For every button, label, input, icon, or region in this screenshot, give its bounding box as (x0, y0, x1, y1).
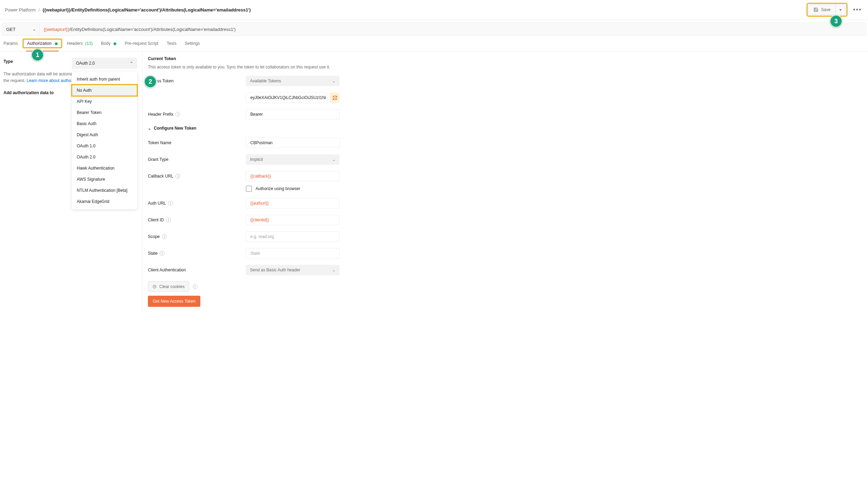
scope-placeholder: e.g. read:org (250, 234, 274, 239)
callback-url-label: Callback URL (148, 174, 173, 179)
callback-url-input[interactable]: {{callback}} (246, 171, 340, 181)
svg-point-3 (155, 287, 155, 287)
save-icon (813, 7, 818, 12)
auth-option-api-key[interactable]: API Key (72, 96, 137, 107)
grant-type-label: Grant Type (148, 157, 246, 162)
grant-type-select[interactable]: Implicit ⌄ (246, 154, 340, 165)
save-button-group: Save ▾ (808, 5, 846, 15)
clear-cookies-label: Clear cookies (159, 284, 185, 289)
auth-type-select[interactable]: OAuth 2.0 ⌃ (72, 58, 137, 69)
url-rest: /EntityDefinitions(LogicalName='account'… (69, 27, 236, 32)
authorize-browser-checkbox[interactable] (246, 186, 252, 192)
state-input[interactable]: State (246, 248, 340, 259)
auth-option-ntlm[interactable]: NTLM Authentication [Beta] (72, 185, 137, 196)
chevron-down-icon: ⌄ (33, 27, 36, 32)
client-id-input[interactable]: {{clientid}} (246, 215, 340, 225)
tab-body-label: Body (101, 41, 110, 46)
info-icon[interactable]: i (175, 174, 180, 179)
auth-type-selected: OAuth 2.0 (76, 61, 95, 66)
http-method-value: GET (6, 27, 16, 32)
auth-option-oauth2[interactable]: OAuth 2.0 (72, 151, 137, 163)
breadcrumb-root[interactable]: Power Platform (5, 7, 36, 13)
info-icon[interactable]: i (175, 112, 180, 117)
token-name-input[interactable]: CBPostman (246, 138, 340, 148)
auth-url-input[interactable]: {{authurl}} (246, 198, 340, 208)
info-icon[interactable]: i (162, 234, 167, 239)
learn-more-link[interactable]: Learn more about autho (27, 78, 71, 83)
tab-body[interactable]: Body (101, 41, 117, 50)
configure-new-token-toggle[interactable]: ⌄ Configure New Token (148, 126, 359, 131)
status-dot-icon (114, 42, 116, 45)
tab-params[interactable]: Params (3, 41, 18, 50)
scope-label: Scope (148, 234, 160, 239)
http-method-select[interactable]: GET ⌄ (2, 23, 40, 35)
svg-point-4 (155, 286, 155, 286)
tab-authorization[interactable]: Authorization (26, 40, 58, 51)
authorize-browser-row: Authorize using browser (246, 186, 359, 192)
request-url-bar: GET ⌄ {{webapiurl}}/EntityDefinitions(Lo… (2, 23, 866, 36)
auth-url-label: Auth URL (148, 201, 166, 206)
available-tokens-value: Available Tokens (250, 79, 281, 83)
auth-option-basic-auth[interactable]: Basic Auth (72, 118, 137, 129)
access-token-value: eyJ0eXAiOiJKV1QiLCJhbGciOiJSUzI1Ni (250, 95, 326, 100)
tab-prerequest-script[interactable]: Pre-request Script (125, 41, 158, 50)
callout-bubble-1: 1 (31, 48, 44, 62)
save-caret[interactable]: ▾ (836, 5, 845, 15)
status-dot-icon (55, 42, 58, 45)
state-label: State (148, 251, 158, 256)
clear-cookies-button[interactable]: Clear cookies (148, 281, 189, 292)
auth-option-aws-signature[interactable]: AWS Signature (72, 174, 137, 185)
callback-url-value: {{callback}} (250, 174, 271, 179)
chevron-down-icon: ⌄ (332, 268, 335, 272)
auth-option-digest-auth[interactable]: Digest Auth (72, 129, 137, 140)
auth-option-inherit[interactable]: Inherit auth from parent (72, 74, 137, 85)
tab-tests[interactable]: Tests (167, 41, 176, 50)
chevron-down-icon: ⌄ (332, 157, 335, 162)
get-new-access-token-button[interactable]: Get New Access Token (148, 296, 200, 307)
more-actions-button[interactable]: ••• (852, 6, 863, 14)
info-icon[interactable]: i (160, 251, 165, 256)
url-input[interactable]: {{webapiurl}}/EntityDefinitions(LogicalN… (40, 23, 866, 35)
breadcrumb: Power Platform / {{webapiurl}}/EntityDef… (5, 7, 251, 13)
get-new-access-token-label: Get New Access Token (153, 299, 195, 304)
client-authentication-select[interactable]: Send as Basic Auth header ⌄ (246, 265, 340, 275)
auth-option-bearer-token[interactable]: Bearer Token (72, 107, 137, 118)
info-icon[interactable]: i (166, 218, 171, 222)
tab-headers-count: (13) (85, 41, 92, 46)
auth-option-hawk[interactable]: Hawk Authentication (72, 163, 137, 174)
svg-point-2 (154, 286, 154, 286)
tab-headers[interactable]: Headers (13) (67, 41, 93, 50)
access-token-input[interactable]: eyJ0eXAiOiJKV1QiLCJhbGciOiJSUzI1Ni (246, 92, 328, 103)
state-placeholder: State (250, 251, 260, 256)
header-prefix-input[interactable]: Bearer (246, 109, 340, 120)
tab-settings[interactable]: Settings (185, 41, 200, 50)
sync-off-icon (332, 95, 337, 100)
auth-url-value: {{authurl}} (250, 201, 269, 206)
info-icon[interactable]: i (193, 284, 198, 289)
sync-token-button[interactable] (330, 92, 340, 103)
svg-point-1 (153, 285, 156, 288)
token-name-value: CBPostman (250, 140, 273, 145)
request-tabs: Params Authorization Headers (13) Body P… (0, 36, 868, 51)
current-token-title: Current Token (148, 56, 359, 61)
auth-option-akamai[interactable]: Akamai EdgeGrid (72, 196, 137, 207)
token-name-label: Token Name (148, 140, 246, 145)
callout-bubble-3: 3 (829, 15, 843, 28)
scope-input[interactable]: e.g. read:org (246, 231, 340, 242)
available-tokens-select[interactable]: Available Tokens ⌄ (246, 76, 340, 86)
chevron-up-icon: ⌃ (130, 61, 133, 66)
auth-type-menu: Inherit auth from parent No Auth API Key… (72, 72, 137, 209)
client-id-value: {{clientid}} (250, 218, 269, 222)
info-icon[interactable]: i (168, 201, 173, 206)
configure-new-token-label: Configure New Token (154, 126, 196, 131)
chevron-down-icon: ▾ (840, 8, 842, 12)
grant-type-value: Implicit (250, 157, 263, 162)
save-button[interactable]: Save (809, 5, 836, 15)
tab-authorization-label: Authorization (27, 41, 51, 46)
auth-option-oauth1[interactable]: OAuth 1.0 (72, 140, 137, 151)
header-prefix-label: Header Prefix (148, 112, 173, 117)
header-prefix-value: Bearer (250, 112, 263, 117)
callout-bubble-2: 2 (144, 75, 157, 88)
breadcrumb-sep: / (39, 7, 40, 13)
auth-option-no-auth[interactable]: No Auth (72, 85, 137, 96)
